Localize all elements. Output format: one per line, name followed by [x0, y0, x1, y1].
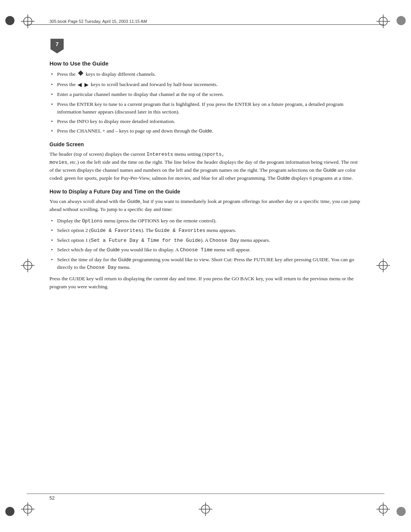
svg-text:7: 7: [56, 41, 59, 47]
footer-bar: [27, 494, 384, 494]
choose-day-label: Choose Day: [209, 238, 239, 243]
svg-marker-14: [78, 70, 83, 73]
guide-favorites-menu: Guide & Favorites: [155, 228, 206, 233]
page-number: 52: [49, 495, 54, 501]
reg-mark-tl: [21, 14, 35, 30]
reg-mark-bc: [199, 502, 212, 518]
set-future-label: Set a Future Day & Time for the Guide: [91, 238, 201, 243]
bullet-1: Press the keys to display different chan…: [49, 70, 362, 79]
options-label: Options: [82, 218, 103, 224]
section3-closing: Press the GUIDE key will return to displ…: [49, 275, 362, 291]
chapter-icon: 7: [49, 38, 65, 54]
section1-heading: How to Use the Guide: [49, 60, 362, 67]
section2-body: The header (top of screen) displays the …: [49, 150, 362, 182]
left-arrow-icon: ◀: [78, 81, 82, 89]
corner-circle-tr: [397, 16, 406, 25]
s3-bullet-5: Select the time of day for the Guide pro…: [49, 256, 362, 272]
header-bar: [27, 24, 384, 25]
reg-mark-bl: [21, 502, 35, 518]
bullet-4: Press the ENTER key to tune to a current…: [49, 101, 362, 116]
bullet-3: Enter a particular channel number to dis…: [49, 91, 362, 98]
section3-intro: You can always scroll ahead with the Gui…: [49, 198, 362, 214]
movies-label: movies: [49, 160, 67, 165]
corner-circle-br: [397, 507, 406, 516]
guide-ref2: Guide: [277, 175, 290, 181]
svg-marker-15: [78, 73, 83, 76]
header-text: 305.book Page 52 Tuesday, April 15, 2003…: [49, 19, 147, 24]
guide-ref5: Guide: [118, 257, 131, 262]
guide-ref3: Guide: [127, 198, 140, 204]
choose-day-ref: Choose Day: [87, 265, 116, 270]
reg-mark-tr: [376, 14, 390, 30]
choose-time-label: Choose Time: [180, 247, 213, 253]
reg-mark-br: [376, 502, 390, 518]
reg-mark-ml: [21, 259, 35, 274]
main-content: 7 How to Use the Guide Press the keys to…: [49, 34, 362, 486]
s3-bullet-2: Select option 2 (Guide & Favorites). The…: [49, 227, 362, 235]
reg-mark-mr: [376, 259, 390, 274]
section3-bullets: Display the Options menu (press the OPTI…: [49, 217, 362, 272]
section2-heading: Guide Screen: [49, 141, 362, 147]
right-arrow-icon: ▶: [84, 81, 89, 89]
s3-bullet-4: Select which day of the Guide you would …: [49, 246, 362, 254]
s3-bullet-1: Display the Options menu (press the OPTI…: [49, 217, 362, 225]
bullet-2: Press the ◀ ▶ keys to scroll backward an…: [49, 81, 362, 89]
sports-label: sports,: [204, 152, 225, 157]
guide-ref4: Guide: [107, 247, 120, 252]
page: 305.book Page 52 Tuesday, April 15, 2003…: [0, 0, 411, 532]
bullet-6: Press the CHANNEL + and – keys to page u…: [49, 127, 362, 135]
corner-circle-bl: [5, 507, 14, 516]
interests-label: Interests: [147, 152, 173, 157]
guide-ref1: Guide: [323, 167, 336, 173]
updown-arrow-icon: [77, 70, 84, 78]
corner-circle-tl: [5, 16, 14, 25]
section3-heading: How to Display a Future Day and Time on …: [49, 189, 362, 195]
bullet-5: Press the INFO key to display more detai…: [49, 118, 362, 125]
guide-favorites-label: Guide & Favorites: [91, 228, 142, 233]
guide-label: Guide: [199, 128, 212, 134]
section1-bullets: Press the keys to display different chan…: [49, 70, 362, 135]
s3-bullet-3: Select option 1 (Set a Future Day & Time…: [49, 236, 362, 244]
